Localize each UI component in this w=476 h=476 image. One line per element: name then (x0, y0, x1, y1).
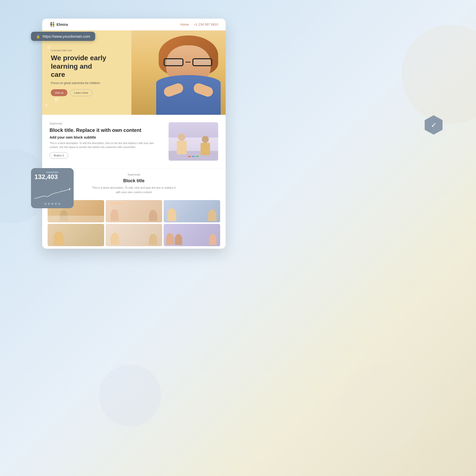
content-block-1: Superscript Block title. Replace it with… (42, 115, 226, 168)
address-bar[interactable]: 🔒 https://www.yourdomain.com (31, 32, 95, 41)
block2-title: Block title (50, 178, 218, 184)
block1-superscript: Superscript (50, 122, 161, 125)
bg-decoration-2 (402, 25, 476, 124)
learn-more-button[interactable]: Learn more (70, 89, 92, 96)
block1-description: This is a block description. To edit thi… (50, 141, 161, 149)
dot-4 (55, 203, 57, 205)
block2-superscript: Superscript (50, 173, 218, 176)
grid-photo-2 (106, 200, 162, 222)
svg-point-0 (69, 188, 70, 190)
nav-phone[interactable]: +1 234 567 8910 (194, 23, 218, 26)
block1-button[interactable]: Button 2 (50, 152, 68, 159)
grid-photo-5 (106, 224, 162, 246)
url-text: https://www.yourdomain.com (43, 34, 90, 38)
content-left: Superscript Block title. Replace it with… (50, 122, 161, 159)
hero-subtitle: Focus on great outcomes for children (51, 81, 108, 85)
logo-text: Elmira (57, 22, 68, 27)
checkmark-icon: ✓ (431, 121, 437, 129)
hero-image (131, 30, 226, 115)
bg-decoration-3 (99, 364, 161, 426)
grid-photo-6 (164, 224, 220, 246)
dot-1 (44, 203, 46, 205)
block1-subtitle: Add your own block subtitle (50, 135, 161, 139)
block1-title: Block title. Replace it with own content (50, 127, 161, 133)
lock-icon: 🔒 (36, 34, 40, 38)
hero-tag: Licensed child care (51, 49, 108, 52)
hero-section: ❄ ✿ ❄ ✿ ❄ ✿ ❄ Licensed child care We pro… (42, 30, 226, 115)
logo-icon: 👫 (50, 22, 55, 27)
nav-links: Home +1 234 567 8910 (180, 23, 218, 26)
line-chart (34, 186, 70, 201)
hero-title: We provide early learning and care (51, 54, 108, 79)
logo: 👫 Elmira (50, 22, 68, 27)
nav-link-home[interactable]: Home (180, 23, 189, 26)
grid-photo-3 (164, 200, 220, 222)
visit-us-button[interactable]: Visit us (51, 89, 67, 96)
stats-card: 132,403 (31, 168, 74, 208)
browser-window: 👫 Elmira Home +1 234 567 8910 ❄ ✿ ❄ ✿ ❄ … (42, 19, 226, 249)
navbar: 👫 Elmira Home +1 234 567 8910 (42, 19, 226, 30)
dot-5 (58, 203, 60, 205)
dot-3 (51, 203, 53, 205)
block2-description: This is a block description. To edit, cl… (92, 186, 176, 194)
dot-2 (48, 203, 50, 205)
hero-content: Licensed child care We provide early lea… (42, 42, 117, 104)
grid-photo-4 (48, 224, 104, 246)
bg-decoration-4 (340, 364, 426, 451)
stat-number: 132,403 (34, 173, 70, 181)
chart-dots (34, 203, 70, 205)
chart-area (34, 182, 70, 201)
content-image-1 (169, 122, 218, 161)
hero-buttons: Visit us Learn more (51, 89, 108, 96)
